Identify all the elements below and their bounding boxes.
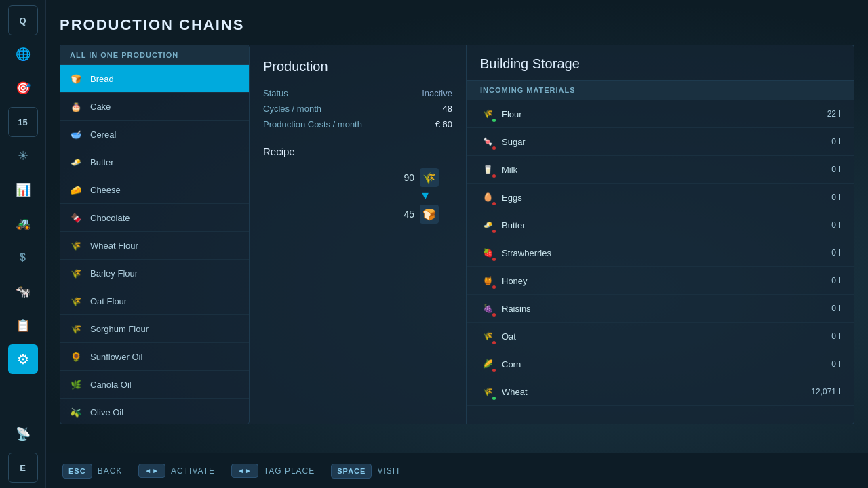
status-dot: [492, 341, 496, 344]
incoming-materials-header: INCOMING MATERIALS: [467, 81, 854, 100]
production-detail-panel: Production Status Inactive Cycles / mont…: [250, 45, 467, 424]
item-label: Bread: [90, 74, 114, 84]
item-icon: 🌻: [68, 349, 83, 364]
list-item[interactable]: 🎂 Cake: [60, 93, 249, 121]
item-icon: 🥣: [68, 127, 83, 142]
status-dot: [492, 202, 496, 205]
recipe-output-row: 45 🍞: [403, 205, 439, 224]
storage-item: 🍬 Sugar 0 l: [467, 128, 854, 156]
sidebar-icon-factory[interactable]: ⚙: [8, 344, 38, 374]
list-item[interactable]: 🥣 Cereal: [60, 121, 249, 148]
cycles-value: 48: [443, 104, 452, 114]
sidebar-icon-cow[interactable]: 🐄: [8, 277, 38, 306]
item-label: Oat Flour: [90, 296, 127, 306]
list-item[interactable]: 🧈 Butter: [60, 148, 249, 176]
storage-material-icon: 🍯: [480, 273, 495, 288]
sidebar-icon-sun[interactable]: ☀: [8, 141, 38, 171]
storage-item: 🌾 Oat 0 l: [467, 323, 854, 350]
storage-material-icon: 🍓: [480, 245, 495, 260]
list-item[interactable]: 🌿 Canola Oil: [60, 371, 249, 399]
storage-material-name: Eggs: [502, 192, 825, 203]
list-item[interactable]: 🧀 Cheese: [60, 176, 249, 204]
production-list-panel: ALL IN ONE PRODUCTION 🍞 Bread🎂 Cake🥣 Cer…: [60, 45, 250, 424]
item-icon: 🌾: [68, 238, 83, 253]
status-dot: [492, 146, 496, 150]
sidebar-icon-chart[interactable]: 📊: [8, 175, 38, 205]
storage-material-name: Butter: [502, 220, 825, 230]
sidebar-icon-satellite[interactable]: 📡: [8, 419, 38, 449]
sidebar-icon-steering[interactable]: 🎯: [8, 73, 38, 103]
storage-material-amount: 0 l: [831, 304, 840, 313]
storage-material-name: Milk: [502, 165, 825, 175]
storage-material-icon: 🌽: [480, 357, 495, 371]
storage-material-icon: 🌾: [480, 384, 495, 399]
item-icon: 🧀: [68, 182, 83, 197]
status-dot: [492, 285, 496, 289]
storage-material-icon: 🥚: [480, 190, 495, 205]
sidebar-icon-e[interactable]: E: [8, 453, 38, 483]
hotkey-activate: ◄► ACTIVATE: [138, 464, 215, 478]
storage-item: 🍓 Strawberries 0 l: [467, 239, 854, 267]
status-dot: [492, 230, 496, 233]
esc-badge: ESC: [62, 464, 92, 479]
item-icon: 🎂: [68, 99, 83, 114]
storage-material-amount: 0 l: [831, 331, 840, 341]
stat-cycles: Cycles / month 48: [263, 104, 452, 114]
list-item[interactable]: 🌾 Barley Flour: [60, 260, 249, 287]
item-label: Wheat Flour: [90, 241, 138, 251]
sidebar-icon-notes[interactable]: 📋: [8, 310, 38, 340]
hotkey-visit: SPACE VISIT: [331, 464, 401, 479]
list-item[interactable]: 🌻 Sunflower Oil: [60, 343, 249, 371]
sidebar-icon-tractor[interactable]: 🚜: [8, 209, 38, 239]
list-item[interactable]: 🍫 Chocolate: [60, 204, 249, 232]
storage-item: 🧈 Butter 0 l: [467, 211, 854, 239]
storage-item: 🍯 Honey 0 l: [467, 267, 854, 295]
status-value: Inactive: [422, 88, 452, 98]
recipe-input-icon: 🌾: [420, 168, 439, 187]
storage-item: 🌾 Flour 22 l: [467, 100, 854, 128]
status-dot: [492, 174, 496, 178]
costs-label: Production Costs / month: [263, 119, 362, 129]
storage-material-name: Corn: [502, 359, 825, 369]
list-item[interactable]: 🌾 Sorghum Flour: [60, 315, 249, 343]
sidebar-icon-calendar[interactable]: 15: [8, 107, 38, 137]
sidebar-icon-q[interactable]: Q: [8, 5, 38, 35]
recipe-output-icon: 🍞: [420, 205, 439, 224]
recipe-output-amount: 45: [403, 209, 414, 220]
list-item[interactable]: 🍞 Bread: [60, 65, 249, 93]
storage-material-amount: 0 l: [831, 165, 840, 174]
recipe-input-amount: 90: [403, 172, 414, 183]
tagplace-label: TAG PLACE: [264, 466, 315, 476]
list-item[interactable]: 🫒 Olive Oil: [60, 399, 249, 419]
activate-label: ACTIVATE: [171, 466, 215, 476]
tagplace-badge: ◄►: [231, 464, 258, 478]
item-label: Cheese: [90, 185, 121, 195]
visit-badge: SPACE: [331, 464, 372, 479]
storage-material-amount: 0 l: [831, 192, 840, 202]
storage-item: 🌽 Corn 0 l: [467, 350, 854, 378]
list-items-scroll[interactable]: 🍞 Bread🎂 Cake🥣 Cereal🧈 Butter🧀 Cheese🍫 C…: [60, 65, 249, 419]
status-dot: [492, 313, 496, 317]
item-icon: 🫒: [68, 405, 83, 419]
item-icon: 🌿: [68, 377, 83, 392]
costs-value: € 60: [435, 119, 452, 129]
storage-item: 🥛 Milk 0 l: [467, 156, 854, 184]
list-item[interactable]: 🌾 Oat Flour: [60, 287, 249, 315]
item-icon: 🌾: [68, 293, 83, 308]
item-label: Cake: [90, 102, 111, 112]
storage-list-scroll[interactable]: 🌾 Flour 22 l 🍬 Sugar 0 l 🥛 Milk 0 l 🥚 Eg…: [467, 100, 854, 411]
storage-material-amount: 0 l: [831, 276, 840, 285]
storage-material-icon: 🌾: [480, 329, 495, 344]
storage-material-icon: 🥛: [480, 162, 495, 177]
storage-material-icon: 🧈: [480, 218, 495, 232]
sidebar-icon-coin[interactable]: $: [8, 243, 38, 272]
storage-item: 🍇 Raisins 0 l: [467, 295, 854, 323]
storage-material-amount: 0 l: [831, 248, 840, 258]
item-label: Butter: [90, 157, 114, 167]
status-label: Status: [263, 88, 288, 98]
sidebar-icon-globe[interactable]: 🌐: [8, 39, 38, 69]
storage-material-amount: 0 l: [831, 220, 840, 230]
storage-material-amount: 22 l: [827, 109, 840, 119]
building-storage-panel: Building Storage INCOMING MATERIALS 🌾 Fl…: [467, 45, 854, 424]
list-item[interactable]: 🌾 Wheat Flour: [60, 232, 249, 260]
